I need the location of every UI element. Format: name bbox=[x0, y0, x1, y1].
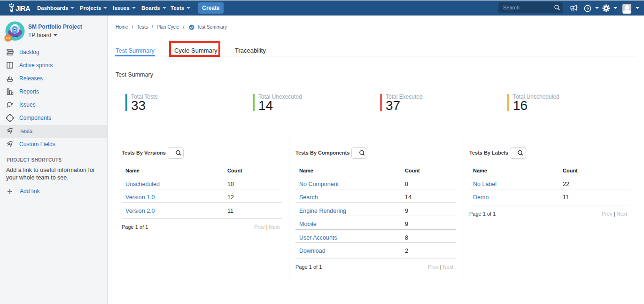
svg-text:?: ? bbox=[586, 6, 589, 11]
svg-text:JIRA: JIRA bbox=[16, 5, 30, 12]
